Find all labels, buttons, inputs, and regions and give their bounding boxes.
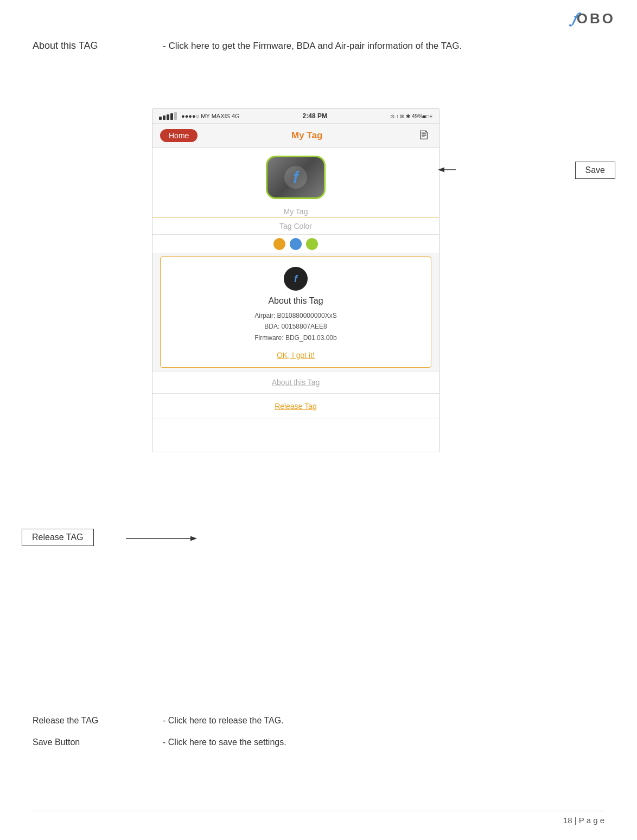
status-bar: ●●●●○ MY MAXIS 4G 2:48 PM ⊙ ↑ ✉ ✱ 49%■□+: [152, 109, 439, 124]
about-tag-desc: - Click here to get the Firmware, BDA an…: [163, 39, 462, 53]
page-title: My Tag: [291, 130, 322, 141]
status-left: ●●●●○ MY MAXIS 4G: [159, 112, 240, 120]
logo-icon: 𝑓: [572, 10, 576, 28]
popup-info: Airpair: B010880000000XxS BDA: 00158807A…: [254, 310, 336, 343]
save-callout: Save: [575, 162, 615, 179]
nav-bar: Home My Tag 🖹: [152, 124, 439, 148]
bottom-section: Release the TAG - Click here to release …: [33, 716, 604, 759]
tag-image-area: f: [152, 148, 439, 203]
save-icon[interactable]: 🖹: [416, 128, 431, 143]
ok-button[interactable]: OK, I got it!: [277, 351, 315, 360]
carrier-text: ●●●●○ MY MAXIS 4G: [181, 113, 240, 119]
popup-firmware: Firmware: BDG_D01.03.00b: [254, 334, 336, 342]
footer: 18 | P a g e: [33, 811, 604, 825]
tag-name-text: My Tag: [284, 207, 308, 216]
popup-icon: f: [294, 273, 297, 285]
desc-text-1: - Click here to release the TAG.: [163, 716, 284, 726]
about-popup: f About this Tag Airpair: B010880000000X…: [160, 257, 431, 368]
save-callout-label: Save: [585, 165, 605, 175]
desc-text-2: - Click here to save the settings.: [163, 738, 286, 747]
popup-title: About this Tag: [268, 296, 323, 306]
swatch-orange[interactable]: [273, 238, 285, 250]
logo: 𝑓 OBO: [572, 10, 615, 28]
phone-screen: ●●●●○ MY MAXIS 4G 2:48 PM ⊙ ↑ ✉ ✱ 49%■□+…: [152, 108, 439, 452]
popup-airpair: Airpair: B010880000000XxS: [254, 312, 336, 319]
screen-bottom: [152, 419, 439, 452]
logo-text: OBO: [577, 10, 615, 27]
tag-image: f: [266, 156, 326, 199]
desc-label-2: Save Button: [33, 738, 152, 747]
page-number: 18 | P a g e: [563, 816, 604, 825]
about-tag-section: About this TAG - Click here to get the F…: [33, 39, 604, 53]
about-this-tag-row[interactable]: About this Tag: [152, 371, 439, 394]
desc-row-2: Save Button - Click here to save the set…: [33, 738, 604, 747]
time-text: 2:48 PM: [303, 112, 327, 120]
color-swatches: [152, 235, 439, 253]
desc-label-1: Release the TAG: [33, 716, 152, 726]
battery-text: ⊙ ↑ ✉ ✱ 49%■□+: [390, 113, 432, 119]
popup-icon-circle: f: [284, 267, 308, 291]
about-this-tag-link[interactable]: About this Tag: [272, 378, 320, 387]
swatch-green[interactable]: [306, 238, 318, 250]
signal-dots: [159, 112, 177, 120]
desc-row-1: Release the TAG - Click here to release …: [33, 716, 604, 726]
swatch-blue[interactable]: [290, 238, 302, 250]
phone-mockup: ●●●●○ MY MAXIS 4G 2:48 PM ⊙ ↑ ✉ ✱ 49%■□+…: [152, 108, 439, 452]
release-callout-label: Release TAG: [32, 533, 84, 542]
home-button[interactable]: Home: [160, 129, 198, 142]
tag-logo: f: [284, 166, 307, 189]
release-tag-row[interactable]: Release Tag: [152, 394, 439, 419]
tag-color-row: Tag Color: [152, 218, 439, 235]
tag-color-text: Tag Color: [279, 222, 312, 230]
tag-name-row: My Tag: [152, 203, 439, 218]
popup-bda: BDA: 00158807AEE8: [264, 323, 327, 330]
release-tag-link[interactable]: Release Tag: [275, 402, 317, 411]
about-tag-label: About this TAG: [33, 39, 152, 52]
release-callout: Release TAG: [22, 529, 94, 546]
